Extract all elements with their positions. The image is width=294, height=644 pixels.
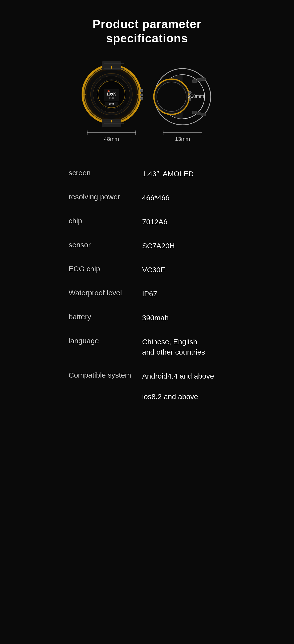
svg-text:104: 104 [108, 90, 110, 92]
spec-label-battery: battery [69, 313, 142, 321]
svg-rect-16 [140, 94, 143, 96]
svg-rect-43 [197, 112, 201, 115]
spec-value-sensor: SC7A20H [142, 241, 223, 251]
svg-rect-41 [201, 78, 206, 80]
svg-text:10:09: 10:09 [107, 92, 117, 96]
spec-label-resolving: resolving power [69, 193, 142, 201]
specs-section: screen 1.43″ AMOLED resolving power 466*… [64, 154, 230, 416]
page-title: Product parameter specifications [78, 17, 216, 45]
svg-rect-44 [201, 113, 206, 116]
svg-rect-42 [192, 111, 197, 114]
spec-value-waterproof: IP67 [142, 289, 223, 299]
svg-text:04-05: 04-05 [109, 97, 114, 99]
spec-row-chip: chip 7012A6 [69, 210, 223, 234]
svg-rect-17 [140, 98, 143, 100]
spec-value-ecg: VC30F [142, 265, 223, 275]
watch-front-container: 10:09 04-05 104 1034 [80, 60, 143, 142]
spec-value-compatible: Android4.4 and aboveios8.2 and above [142, 371, 223, 402]
side-dimension-label: 13mm [175, 136, 190, 142]
spec-value-battery: 390mah [142, 313, 223, 323]
spec-row-sensor: sensor SC7A20H [69, 234, 223, 258]
svg-rect-39 [192, 80, 197, 82]
spec-value-screen: 1.43″ AMOLED [142, 169, 223, 179]
front-dimension-label: 48mm [104, 136, 119, 142]
spec-row-language: language Chinese, Englishand other count… [69, 330, 223, 364]
page-container: Product parameter specifications [59, 0, 235, 431]
spec-label-chip: chip [69, 217, 142, 225]
watch-images-section: 10:09 04-05 104 1034 [64, 55, 230, 147]
spec-value-language: Chinese, Englishand other countries [142, 337, 223, 357]
watch-front-image: 10:09 04-05 104 1034 [80, 60, 143, 128]
watch-side-container: 260mm [151, 65, 214, 142]
spec-row-compatible: Compatible system Android4.4 and aboveio… [69, 364, 223, 409]
spec-label-compatible: Compatible system [69, 371, 142, 379]
side-dimension: 13mm [163, 130, 202, 142]
spec-label-sensor: sensor [69, 241, 142, 249]
svg-rect-40 [197, 78, 201, 81]
svg-point-33 [157, 82, 186, 112]
spec-row-waterproof: Waterproof level IP67 [69, 282, 223, 306]
spec-row-screen: screen 1.43″ AMOLED [69, 162, 223, 186]
spec-value-resolving: 466*466 [142, 193, 223, 203]
spec-label-ecg: ECG chip [69, 265, 142, 273]
spec-row-resolving: resolving power 466*466 [69, 186, 223, 210]
spec-label-waterproof: Waterproof level [69, 289, 142, 297]
svg-text:1034: 1034 [109, 102, 114, 105]
svg-text:260mm: 260mm [188, 94, 204, 99]
spec-row-battery: battery 390mah [69, 306, 223, 330]
spec-label-screen: screen [69, 169, 142, 177]
svg-rect-15 [140, 90, 143, 92]
spec-row-ecg: ECG chip VC30F [69, 258, 223, 282]
title-line1: Product parameter [93, 18, 201, 30]
watch-side-image: 260mm [151, 65, 214, 128]
title-line2: specifications [106, 32, 188, 45]
svg-rect-35 [188, 91, 191, 94]
front-dimension: 48mm [87, 130, 136, 142]
title-section: Product parameter specifications [64, 10, 230, 55]
spec-value-chip: 7012A6 [142, 217, 223, 227]
spec-label-language: language [69, 337, 142, 345]
